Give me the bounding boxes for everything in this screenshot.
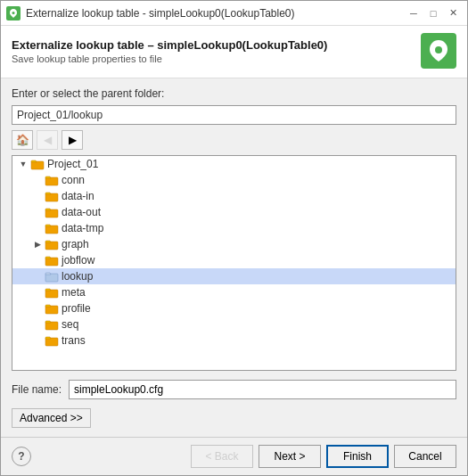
dialog-content: Enter or select the parent folder: 🏠 ◀ ▶…	[1, 78, 467, 437]
back-button[interactable]: < Back	[191, 445, 253, 468]
advanced-section: Advanced >>	[12, 405, 456, 428]
path-input[interactable]	[12, 105, 456, 125]
tree-item-data-out[interactable]: data-out	[12, 204, 456, 220]
tree-label-meta: meta	[62, 286, 86, 299]
folder-icon-trans	[45, 334, 59, 347]
folder-icon-profile	[45, 302, 59, 315]
tree-label-data-in: data-in	[62, 190, 94, 202]
folder-icon-meta	[45, 286, 59, 299]
svg-rect-7	[45, 242, 58, 250]
folder-label: Enter or select the parent folder:	[12, 87, 456, 100]
minimize-button[interactable]: ─	[405, 4, 423, 22]
svg-rect-8	[45, 258, 58, 266]
tree-item-trans[interactable]: trans	[12, 332, 456, 349]
svg-point-1	[435, 46, 442, 53]
tree-label-data-tmp: data-tmp	[62, 222, 103, 234]
tree-label-project01: Project_01	[47, 158, 98, 170]
app-icon	[6, 6, 21, 21]
folder-icon-jobflow	[45, 254, 59, 267]
file-name-label: File name:	[12, 383, 62, 396]
cancel-button[interactable]: Cancel	[394, 445, 456, 468]
finish-button[interactable]: Finish	[326, 445, 389, 468]
folder-tree[interactable]: ▼ Project_01 conn	[12, 155, 456, 371]
folder-icon-lookup	[45, 270, 59, 283]
tree-item-meta[interactable]: meta	[12, 284, 456, 300]
tree-label-jobflow: jobflow	[62, 254, 94, 267]
dialog-title: Externalize lookup table – simpleLookup0…	[12, 38, 327, 52]
tree-item-conn[interactable]: conn	[12, 172, 456, 188]
svg-rect-6	[45, 226, 58, 234]
svg-rect-11	[45, 306, 58, 314]
file-name-input[interactable]	[69, 380, 456, 399]
tree-item-graph[interactable]: ▶ graph	[12, 236, 456, 252]
window-controls: ─ □ ✕	[405, 4, 462, 22]
tree-item-lookup[interactable]: lookup	[12, 268, 456, 284]
tree-item-jobflow[interactable]: jobflow	[12, 252, 456, 268]
main-window: Externalize lookup table - simpleLookup0…	[0, 0, 468, 476]
tree-label-seq: seq	[62, 318, 78, 331]
tree-item-project01[interactable]: ▼ Project_01	[12, 156, 456, 172]
tree-label-trans: trans	[62, 334, 86, 347]
tree-label-lookup: lookup	[62, 270, 93, 283]
file-name-section: File name:	[12, 380, 456, 399]
svg-rect-13	[45, 338, 58, 346]
expand-icon-graph[interactable]: ▶	[30, 237, 45, 251]
next-button[interactable]: Next >	[259, 445, 321, 468]
title-bar: Externalize lookup table - simpleLookup0…	[1, 1, 467, 26]
folder-icon-data-out	[45, 206, 59, 218]
dialog-header: Externalize lookup table – simpleLookup0…	[1, 26, 467, 78]
footer-buttons: < Back Next > Finish Cancel	[191, 445, 456, 468]
tree-item-data-in[interactable]: data-in	[12, 188, 456, 204]
expand-icon-project01[interactable]: ▼	[16, 157, 30, 171]
svg-rect-5	[45, 209, 58, 217]
help-button[interactable]: ?	[12, 447, 31, 466]
svg-point-0	[12, 12, 15, 14]
back-button[interactable]: ◀	[37, 130, 58, 150]
expand-icon-conn	[30, 173, 45, 187]
tree-item-profile[interactable]: profile	[12, 300, 456, 316]
tree-label-conn: conn	[62, 174, 85, 186]
svg-rect-9	[45, 274, 58, 282]
tree-label-profile: profile	[62, 302, 91, 315]
folder-icon-data-in	[45, 190, 59, 202]
folder-icon-seq	[45, 318, 59, 331]
header-logo	[421, 33, 456, 69]
folder-icon-conn	[45, 174, 59, 186]
dialog-subtitle: Save lookup table properties to file	[12, 53, 327, 64]
advanced-button[interactable]: Advanced >>	[12, 408, 91, 428]
navigation-toolbar: 🏠 ◀ ▶	[12, 130, 456, 150]
svg-rect-2	[31, 161, 44, 169]
svg-rect-3	[45, 177, 58, 185]
dialog-footer: ? < Back Next > Finish Cancel	[1, 437, 467, 475]
close-button[interactable]: ✕	[444, 4, 462, 22]
forward-button[interactable]: ▶	[62, 130, 83, 150]
maximize-button[interactable]: □	[424, 4, 442, 22]
svg-rect-10	[45, 290, 58, 298]
svg-rect-4	[45, 193, 58, 201]
tree-item-data-tmp[interactable]: data-tmp	[12, 220, 456, 236]
folder-icon-data-tmp	[45, 222, 59, 234]
project-icon	[30, 158, 45, 170]
tree-label-data-out: data-out	[62, 206, 101, 218]
folder-icon-graph	[45, 238, 59, 250]
tree-item-seq[interactable]: seq	[12, 316, 456, 332]
tree-label-graph: graph	[62, 238, 89, 250]
svg-rect-12	[45, 322, 58, 330]
home-button[interactable]: 🏠	[12, 130, 33, 150]
window-title: Externalize lookup table - simpleLookup0…	[26, 7, 295, 20]
